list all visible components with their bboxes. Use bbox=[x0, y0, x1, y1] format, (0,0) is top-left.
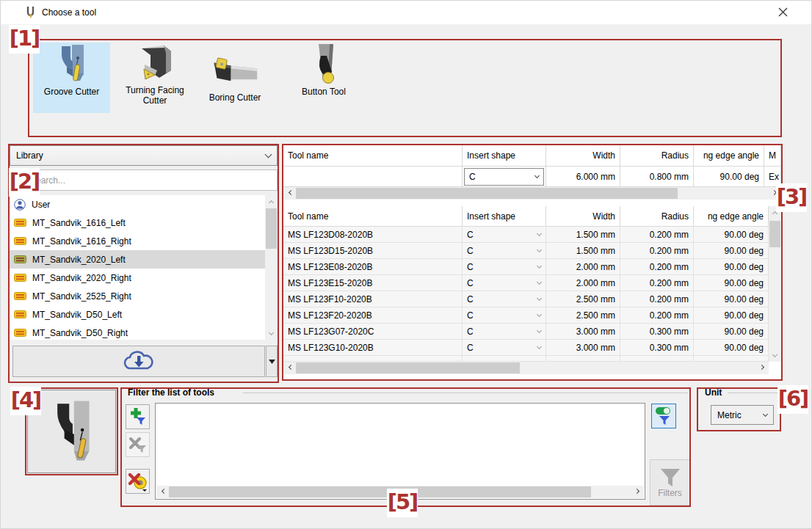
width-cell[interactable]: 3.000 mm bbox=[546, 324, 620, 340]
tree-scrollbar-thumb[interactable] bbox=[266, 208, 277, 249]
scroll-up-icon[interactable] bbox=[265, 195, 278, 208]
close-button[interactable] bbox=[763, 1, 802, 23]
insert-shape-combo[interactable]: C bbox=[464, 168, 544, 186]
tool-name-cell[interactable]: MS LF123F20-2020B bbox=[283, 307, 463, 324]
column-header[interactable]: Radius bbox=[620, 145, 694, 166]
edge-angle-cell[interactable]: 90.00 deg bbox=[694, 259, 769, 275]
scroll-left-icon[interactable] bbox=[283, 362, 296, 374]
tree-item-library[interactable]: MT_Sandvik_D50_Right bbox=[10, 324, 278, 340]
tree-item-library[interactable]: MT_Sandvik_D50_Left bbox=[10, 305, 278, 324]
scroll-down-icon[interactable] bbox=[769, 349, 781, 362]
scroll-down-icon[interactable] bbox=[265, 327, 278, 340]
edge-angle-cell[interactable]: 90.00 deg bbox=[694, 275, 769, 291]
column-header[interactable]: Width bbox=[546, 206, 620, 226]
filter-list[interactable] bbox=[155, 403, 645, 500]
table-row[interactable]: MS LF123F10-2020B C 2.500 mm 0.200 mm 90… bbox=[283, 291, 769, 307]
tool-type-boring-cutter[interactable]: Boring Cutter bbox=[194, 43, 276, 113]
insert-shape-cell[interactable]: C bbox=[463, 307, 546, 324]
table-row[interactable]: MS LF123E08-2020B C 2.000 mm 0.200 mm 90… bbox=[283, 259, 769, 275]
scroll-left-icon[interactable] bbox=[156, 486, 169, 498]
spec-table-row[interactable]: C 6.000 mm 0.800 mm 90.00 deg Ex bbox=[283, 167, 781, 187]
table-row[interactable]: MS LF123E15-2020B C 2.000 mm 0.200 mm 90… bbox=[283, 275, 769, 291]
tool-name-cell[interactable]: MS LF123E15-2020B bbox=[283, 275, 463, 291]
hscroll-thumb[interactable] bbox=[296, 362, 520, 373]
tool-name-cell[interactable]: MS LF123D15-2020B bbox=[283, 243, 463, 259]
column-header[interactable]: Insert shape bbox=[463, 145, 546, 166]
filters-button[interactable]: Filters bbox=[650, 459, 690, 506]
tool-name-cell[interactable]: MS LF123G07-2020C bbox=[283, 324, 463, 340]
width-cell[interactable]: 1.500 mm bbox=[546, 243, 620, 259]
spec-hscroll-thumb[interactable] bbox=[296, 188, 678, 199]
radius-cell[interactable]: 0.200 mm bbox=[620, 243, 694, 259]
radius-cell[interactable]: 0.300 mm bbox=[620, 324, 694, 340]
remove-filter-button[interactable] bbox=[126, 432, 150, 457]
spec-tool-name[interactable] bbox=[283, 167, 463, 187]
width-cell[interactable]: 2.000 mm bbox=[546, 259, 620, 275]
edge-angle-cell[interactable]: 90.00 deg bbox=[694, 291, 769, 307]
insert-shape-cell[interactable]: C bbox=[463, 291, 546, 307]
column-header[interactable]: ng edge angle bbox=[694, 145, 764, 166]
add-filter-button[interactable] bbox=[126, 404, 150, 429]
radius-cell[interactable]: 0.300 mm bbox=[620, 340, 694, 356]
column-header[interactable]: M bbox=[764, 145, 781, 166]
tree-item-library[interactable]: MT_Sandvik_1616_Left bbox=[10, 214, 278, 232]
edge-angle-cell[interactable]: 90.00 deg bbox=[694, 324, 769, 340]
cloud-download-button[interactable] bbox=[12, 346, 265, 377]
tree-item-library-selected[interactable]: MT_Sandvik_2020_Left bbox=[10, 250, 278, 269]
tool-name-cell[interactable]: MS LF123D08-2020B bbox=[283, 227, 463, 243]
tool-type-button-tool[interactable]: Button Tool bbox=[283, 43, 364, 113]
tools-table-hscrollbar[interactable] bbox=[283, 362, 769, 374]
spec-radius[interactable]: 0.800 mm bbox=[620, 167, 694, 187]
column-header[interactable]: Tool name bbox=[283, 145, 463, 166]
table-row[interactable]: MS LF123D15-2020B C 1.500 mm 0.200 mm 90… bbox=[283, 243, 769, 259]
clear-filters-button[interactable] bbox=[126, 469, 150, 494]
spec-width[interactable]: 6.000 mm bbox=[546, 167, 620, 187]
tree-item-library[interactable]: MT_Sandvik_2525_Right bbox=[10, 287, 278, 305]
insert-shape-cell[interactable]: C bbox=[463, 340, 546, 356]
column-header[interactable]: Width bbox=[546, 145, 620, 166]
column-header[interactable]: ng edge angle bbox=[694, 206, 769, 226]
width-cell[interactable]: 3.000 mm bbox=[546, 340, 620, 356]
table-row[interactable]: MS LF123D08-2020B C 1.500 mm 0.200 mm 90… bbox=[283, 227, 769, 243]
radius-cell[interactable]: 0.200 mm bbox=[620, 259, 694, 275]
scroll-left-icon[interactable] bbox=[283, 187, 296, 200]
radius-cell[interactable]: 0.200 mm bbox=[620, 275, 694, 291]
edge-angle-cell[interactable]: 90.00 deg bbox=[694, 307, 769, 324]
spec-table-hscrollbar[interactable] bbox=[283, 187, 781, 200]
tools-table-vscrollbar[interactable] bbox=[769, 206, 781, 362]
unit-combo[interactable]: Metric bbox=[711, 405, 774, 425]
tool-type-turning-facing-cutter[interactable]: Turning Facing Cutter bbox=[115, 43, 195, 113]
tool-name-cell[interactable]: MS LF123F10-2020B bbox=[283, 291, 463, 307]
insert-shape-cell[interactable]: C bbox=[463, 227, 546, 243]
radius-cell[interactable]: 0.200 mm bbox=[620, 307, 694, 324]
table-row[interactable]: MS LF123G10-2020B C 3.000 mm 0.300 mm 90… bbox=[283, 340, 769, 356]
radius-cell[interactable]: 0.200 mm bbox=[620, 291, 694, 307]
library-source-combo[interactable]: Library bbox=[10, 145, 278, 166]
insert-shape-cell[interactable]: C bbox=[463, 324, 546, 340]
tree-item-user[interactable]: User bbox=[10, 195, 278, 214]
width-cell[interactable]: 2.500 mm bbox=[546, 291, 620, 307]
scroll-right-icon[interactable] bbox=[756, 362, 769, 374]
search-input[interactable] bbox=[29, 175, 272, 186]
width-cell[interactable]: 2.000 mm bbox=[546, 275, 620, 291]
column-header[interactable]: Tool name bbox=[283, 206, 463, 226]
filter-hscroll-thumb[interactable] bbox=[169, 486, 591, 497]
tool-name-cell[interactable]: MS LF123G10-2020B bbox=[283, 340, 463, 356]
tree-item-library[interactable]: MT_Sandvik_2020_Right bbox=[10, 269, 278, 287]
table-row[interactable]: MS LF123F20-2020B C 2.500 mm 0.200 mm 90… bbox=[283, 307, 769, 324]
tree-item-library[interactable]: MT_Sandvik_1616_Right bbox=[10, 232, 278, 250]
download-options-button[interactable] bbox=[266, 346, 278, 377]
radius-cell[interactable]: 0.200 mm bbox=[620, 227, 694, 243]
edge-angle-cell[interactable]: 90.00 deg bbox=[694, 227, 769, 243]
width-cell[interactable]: 2.500 mm bbox=[546, 307, 620, 324]
width-cell[interactable]: 1.500 mm bbox=[546, 227, 620, 243]
scroll-right-icon[interactable] bbox=[631, 486, 644, 498]
column-header[interactable]: Insert shape bbox=[463, 206, 546, 226]
tool-name-cell[interactable]: MS LF123E08-2020B bbox=[283, 259, 463, 275]
vscroll-thumb[interactable] bbox=[769, 221, 780, 247]
tool-type-groove-cutter[interactable]: Groove Cutter bbox=[33, 43, 110, 113]
spec-edge-angle[interactable]: 90.00 deg bbox=[694, 167, 764, 187]
tree-scrollbar[interactable] bbox=[265, 195, 278, 340]
edge-angle-cell[interactable]: 90.00 deg bbox=[694, 243, 769, 259]
insert-shape-cell[interactable]: C bbox=[463, 275, 546, 291]
